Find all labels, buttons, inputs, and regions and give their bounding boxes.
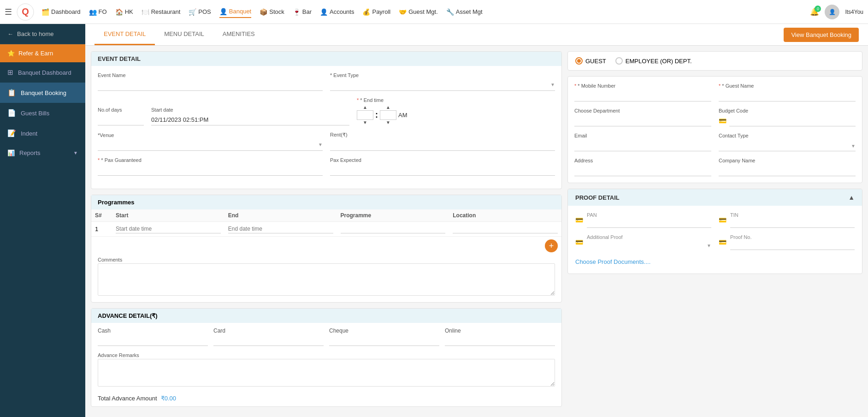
event-name-input[interactable] [98, 80, 323, 91]
nav-item-guest-mgt[interactable]: 🤝 Guest Mgt. [399, 6, 438, 18]
nav-item-bar[interactable]: 🍷 Bar [293, 6, 312, 18]
nav-item-accounts[interactable]: 👤 Accounts [320, 6, 354, 18]
sidebar-item-banquet-dashboard[interactable]: ⊞ Banquet Dashboard [0, 62, 85, 83]
payroll-icon: 💰 [362, 8, 370, 16]
budget-code-group: Budget Code 💳 [719, 108, 856, 126]
tab-menu-detail[interactable]: MENU DETAIL [155, 24, 213, 45]
email-label: Email [574, 133, 711, 138]
hamburger-icon[interactable]: ☰ [5, 7, 12, 17]
pan-group: 💳 PAN [575, 212, 711, 228]
top-nav: ☰ Q 🗂️ Dashboard 👥 FO 🏠 HK 🍽️ Restaurant… [0, 0, 868, 24]
sidebar-item-banquet-booking[interactable]: 📋 Banquet Booking [0, 83, 85, 103]
add-programme-btn[interactable]: + [545, 239, 558, 252]
end-time-hh-input[interactable]: HH [357, 110, 373, 120]
nav-item-banquet[interactable]: 👤 Banquet [219, 6, 251, 18]
proof-header[interactable]: PROOF DETAIL ▲ [568, 189, 862, 206]
sidebar-item-guest-bills[interactable]: 📄 Guest Bills [0, 103, 85, 123]
address-label: Address [574, 158, 711, 163]
employee-option-label: EMPLOYEE (OR) DEPT. [626, 58, 692, 65]
end-time-mm-down-btn[interactable]: ▼ [385, 120, 391, 125]
prog-end-input[interactable] [228, 225, 333, 233]
pan-label: PAN [587, 212, 711, 218]
no-days-group: No.of days 1 [98, 107, 144, 125]
employee-radio[interactable]: EMPLOYEE (OR) DEPT. [615, 57, 692, 65]
event-detail-section: EVENT DETAIL Event Name * Event Type [91, 51, 562, 189]
choose-dept-label: Choose Department [574, 108, 711, 113]
sidebar-item-reports[interactable]: 📊 Reports ▼ [0, 143, 85, 162]
remarks-textarea[interactable] [98, 359, 555, 387]
mobile-number-group: * * Mobile Number [574, 83, 711, 101]
address-group: Address [574, 158, 711, 176]
proof-no-label: Proof No. [730, 234, 855, 240]
notification-badge: 0 [815, 6, 821, 12]
pan-input[interactable] [587, 218, 711, 228]
prog-programme-input[interactable] [341, 225, 446, 233]
pax-guaranteed-group: * * Pax Guaranteed [98, 157, 323, 176]
venue-select[interactable] [98, 140, 323, 151]
nav-item-fo[interactable]: 👥 FO [89, 6, 107, 18]
nav-item-dashboard[interactable]: 🗂️ Dashboard [41, 6, 81, 18]
proof-no-input[interactable] [730, 240, 855, 250]
guest-radio[interactable]: GUEST [575, 57, 606, 65]
guest-option-label: GUEST [585, 58, 606, 65]
choose-dept-input[interactable] [574, 115, 711, 126]
notification-btn[interactable]: 🔔 0 [810, 7, 819, 16]
start-date-label: Start date [151, 107, 349, 113]
choose-proof-link[interactable]: Choose Proof Documents.... [575, 256, 855, 267]
venue-group: *Venue ▼ [98, 132, 323, 151]
rent-input[interactable] [330, 140, 555, 151]
pax-expected-input[interactable] [330, 165, 555, 176]
tab-event-detail[interactable]: EVENT DETAIL [94, 24, 155, 45]
card-icon-tin: 💳 [719, 216, 726, 224]
no-days-input[interactable]: 1 [98, 114, 144, 125]
nav-item-payroll[interactable]: 💰 Payroll [362, 6, 390, 18]
cash-input[interactable] [98, 336, 208, 346]
nav-item-restaurant[interactable]: 🍽️ Restaurant [142, 6, 181, 18]
guest-name-label: * * Guest Name [719, 83, 856, 89]
back-to-home[interactable]: ← Back to home [0, 24, 85, 44]
pax-guaranteed-input[interactable] [98, 165, 323, 176]
row-start [112, 222, 224, 237]
nav-item-hk[interactable]: 🏠 HK [115, 6, 133, 18]
end-time-mm-input[interactable]: MM [380, 110, 396, 120]
col-location: Location [449, 209, 561, 222]
view-booking-btn[interactable]: View Banquet Booking [784, 28, 859, 42]
nav-item-asset-mgt[interactable]: 🔧 Asset Mgt [446, 6, 483, 18]
pax-guaranteed-label: * * Pax Guaranteed [98, 157, 323, 163]
comments-textarea[interactable] [98, 263, 555, 296]
tab-amenities[interactable]: AMENITIES [213, 24, 264, 45]
company-name-input[interactable] [719, 165, 856, 176]
end-time-ampm: AM [398, 112, 407, 119]
email-input[interactable] [574, 140, 711, 151]
online-input[interactable] [445, 336, 555, 346]
user-avatar[interactable]: 👤 [825, 5, 839, 19]
start-date-display: 02/11/2023 02:51:PM [151, 114, 349, 125]
prog-location-input[interactable] [453, 225, 558, 233]
contact-type-select[interactable] [719, 140, 856, 151]
indent-icon: 📝 [7, 129, 16, 137]
event-type-select[interactable] [330, 80, 555, 91]
budget-code-input[interactable] [729, 115, 856, 126]
tin-input[interactable] [730, 218, 855, 228]
nav-item-pos[interactable]: 🛒 POS [189, 6, 211, 18]
refer-earn-btn[interactable]: ⭐ Refer & Earn [0, 44, 85, 62]
end-time-hh-up-btn[interactable]: ▲ [362, 105, 368, 110]
nav-item-stock[interactable]: 📦 Stock [260, 6, 284, 18]
address-input[interactable] [574, 165, 711, 176]
mobile-number-input[interactable] [574, 90, 711, 101]
end-time-mm-up-btn[interactable]: ▲ [385, 105, 391, 110]
end-time-hh-down-btn[interactable]: ▼ [362, 120, 368, 125]
chevron-up-icon: ▲ [848, 194, 855, 201]
tab-bar: EVENT DETAIL MENU DETAIL AMENITIES View … [85, 24, 868, 46]
remarks-label: Advance Remarks [98, 352, 139, 358]
company-name-label: Company Name [719, 158, 856, 163]
prog-start-input[interactable] [116, 225, 221, 233]
cash-group: Cash [98, 328, 208, 346]
card-icon-proof-no: 💳 [719, 238, 726, 246]
guest-name-input[interactable] [719, 90, 856, 101]
card-input[interactable] [213, 336, 324, 346]
sidebar-item-indent[interactable]: 📝 Indent [0, 123, 85, 143]
banquet-icon: 👤 [219, 8, 227, 15]
company-name-group: Company Name [719, 158, 856, 176]
cheque-input[interactable] [329, 336, 439, 346]
